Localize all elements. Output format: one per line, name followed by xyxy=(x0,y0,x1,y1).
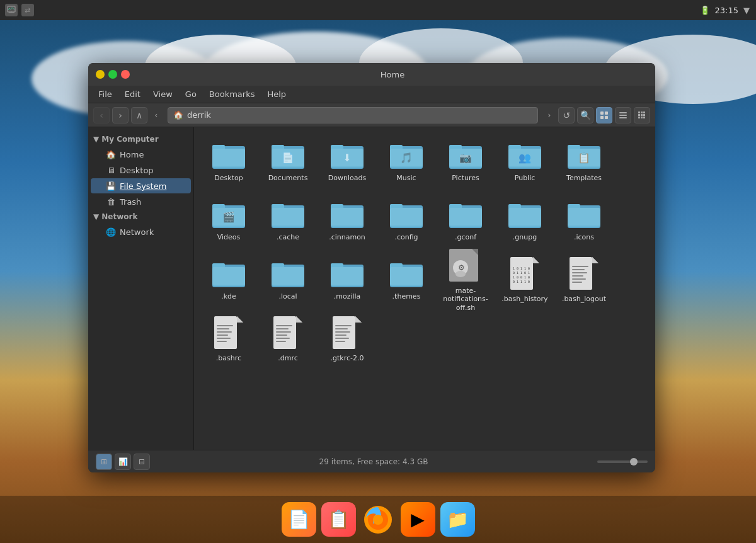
address-prev-button[interactable]: ‹ xyxy=(150,107,163,123)
trash-icon: 🗑 xyxy=(106,197,116,207)
close-button[interactable] xyxy=(121,70,130,79)
svg-marker-146 xyxy=(237,316,243,323)
content-area: ▼ My Computer 🏠 Home 🖥 Desktop 💾 File Sy… xyxy=(88,127,655,450)
zoom-thumb[interactable] xyxy=(630,458,638,466)
file-name: .local xyxy=(278,292,297,300)
file-item-kde[interactable]: .kde xyxy=(200,252,257,309)
file-icon xyxy=(508,200,541,231)
file-item-bash_history[interactable]: 1 0 1 1 0 0 1 1 0 1 1 0 0 1 0 0 1 1 1 0 … xyxy=(496,252,553,309)
file-item-Public[interactable]: 👥 Public xyxy=(496,134,553,190)
file-item-Documents[interactable]: 📄 Documents xyxy=(260,134,316,190)
vlc-icon: ▶ xyxy=(411,509,425,530)
file-name: Templates xyxy=(566,174,602,182)
system-monitor-icon[interactable] xyxy=(5,4,18,16)
status-compact-view-btn[interactable]: ⊟ xyxy=(134,454,150,470)
dock-item-files[interactable]: 📁 xyxy=(440,502,475,537)
status-icon-view-btn[interactable]: ⊞ xyxy=(96,454,112,470)
address-next-button[interactable]: › xyxy=(543,107,556,123)
svg-rect-107 xyxy=(212,267,245,285)
file-item-Pictures[interactable]: 📷 Pictures xyxy=(437,134,494,190)
file-name: .gtkrc-2.0 xyxy=(331,354,364,362)
file-item-Templates[interactable]: 📋 Templates xyxy=(556,134,612,190)
file-item-gnupg[interactable]: .gnupg xyxy=(496,193,553,249)
file-grid: Desktop 📄 Documents ⬇ Downloads 🎵 Music xyxy=(194,127,655,450)
window-title: Home xyxy=(137,70,648,79)
sidebar-item-trash[interactable]: 🗑 Trash xyxy=(91,194,191,209)
dock-item-reminders[interactable]: 📋 xyxy=(321,502,356,537)
file-name: Public xyxy=(515,174,536,182)
sidebar-item-filesystem[interactable]: 💾 File System xyxy=(91,178,191,193)
file-icon xyxy=(570,257,598,292)
sidebar-section-mycomputer[interactable]: ▼ My Computer xyxy=(88,132,193,146)
svg-rect-23 xyxy=(638,117,640,118)
file-item-config[interactable]: .config xyxy=(378,193,435,249)
menu-file[interactable]: File xyxy=(93,88,117,100)
svg-rect-97 xyxy=(508,208,541,226)
reload-button[interactable]: ↺ xyxy=(558,107,575,123)
file-item-themes[interactable]: .themes xyxy=(378,252,435,309)
file-item-Music[interactable]: 🎵 Music xyxy=(378,134,435,190)
back-button[interactable]: ‹ xyxy=(93,107,110,123)
file-name: Pictures xyxy=(452,174,479,182)
file-item-mozilla[interactable]: .mozilla xyxy=(319,252,375,309)
zoom-slider[interactable] xyxy=(597,460,648,463)
svg-rect-139 xyxy=(572,269,585,270)
network-icon: 🌐 xyxy=(106,227,116,237)
file-item-local[interactable]: .local xyxy=(260,252,316,309)
icon-view-button[interactable] xyxy=(596,107,612,123)
address-bar: 🏠 derrik xyxy=(168,107,538,123)
more-icon[interactable]: ▼ xyxy=(743,6,750,15)
file-item-cache[interactable]: .cache xyxy=(260,193,316,249)
sidebar-section-network[interactable]: ▼ Network xyxy=(88,210,193,224)
file-icon: ⚙ xyxy=(449,249,482,284)
menu-go[interactable]: Go xyxy=(180,88,202,100)
file-icon xyxy=(212,141,245,171)
svg-rect-87 xyxy=(390,208,423,226)
sidebar-item-home[interactable]: 🏠 Home xyxy=(91,147,191,162)
dock-item-firefox[interactable] xyxy=(361,502,396,537)
svg-rect-148 xyxy=(217,328,229,329)
file-item-mate-notifications-offsh[interactable]: ⚙ mate-notifications-off.sh xyxy=(437,252,494,309)
dock-item-pages[interactable]: 📄 xyxy=(282,502,316,537)
up-button[interactable]: ∧ xyxy=(131,107,147,123)
status-list-view-btn[interactable]: 📊 xyxy=(115,454,131,470)
file-name: .kde xyxy=(221,292,236,300)
file-item-icons[interactable]: .icons xyxy=(556,193,612,249)
maximize-button[interactable] xyxy=(108,70,117,79)
search-button[interactable]: 🔍 xyxy=(577,107,593,123)
file-item-bashrc[interactable]: .bashrc xyxy=(200,311,257,368)
sidebar-network-label: Network xyxy=(120,227,154,237)
forward-button[interactable]: › xyxy=(112,107,129,123)
minimize-button[interactable] xyxy=(96,70,105,79)
file-item-Downloads[interactable]: ⬇ Downloads xyxy=(319,134,375,190)
list-view-button[interactable] xyxy=(615,107,631,123)
file-item-gtkrc-20[interactable]: .gtkrc-2.0 xyxy=(319,311,375,368)
file-item-bash_logout[interactable]: .bash_logout xyxy=(556,252,612,309)
compact-view-button[interactable] xyxy=(634,107,650,123)
menu-edit[interactable]: Edit xyxy=(120,88,146,100)
file-item-Desktop[interactable]: Desktop xyxy=(200,134,257,190)
menu-bookmarks[interactable]: Bookmarks xyxy=(204,88,260,100)
file-manager-window: Home File Edit View Go Bookmarks Help ‹ … xyxy=(88,63,655,472)
svg-marker-164 xyxy=(355,316,362,323)
menu-help[interactable]: Help xyxy=(262,88,291,100)
file-name: .bash_logout xyxy=(562,295,606,303)
sidebar-item-network[interactable]: 🌐 Network xyxy=(91,224,191,239)
menu-view[interactable]: View xyxy=(148,88,178,100)
svg-rect-82 xyxy=(331,208,364,226)
svg-text:⚙: ⚙ xyxy=(458,263,465,272)
arrows-icon[interactable]: ⇄ xyxy=(21,4,34,16)
dock-item-vlc[interactable]: ▶ xyxy=(401,502,435,537)
file-item-gconf[interactable]: .gconf xyxy=(437,193,494,249)
svg-rect-161 xyxy=(276,341,286,342)
file-icon xyxy=(272,260,304,290)
file-item-dmrc[interactable]: .dmrc xyxy=(260,311,316,368)
file-name: Music xyxy=(396,174,416,182)
file-item-Videos[interactable]: 🎬 Videos xyxy=(200,193,257,249)
file-item-cinnamon[interactable]: .cinnamon xyxy=(319,193,375,249)
file-icon: ⬇ xyxy=(331,141,364,171)
file-icon: 📋 xyxy=(568,141,600,171)
sidebar-item-desktop[interactable]: 🖥 Desktop xyxy=(91,163,191,178)
svg-rect-150 xyxy=(217,334,228,336)
file-icon: 👥 xyxy=(508,141,541,171)
